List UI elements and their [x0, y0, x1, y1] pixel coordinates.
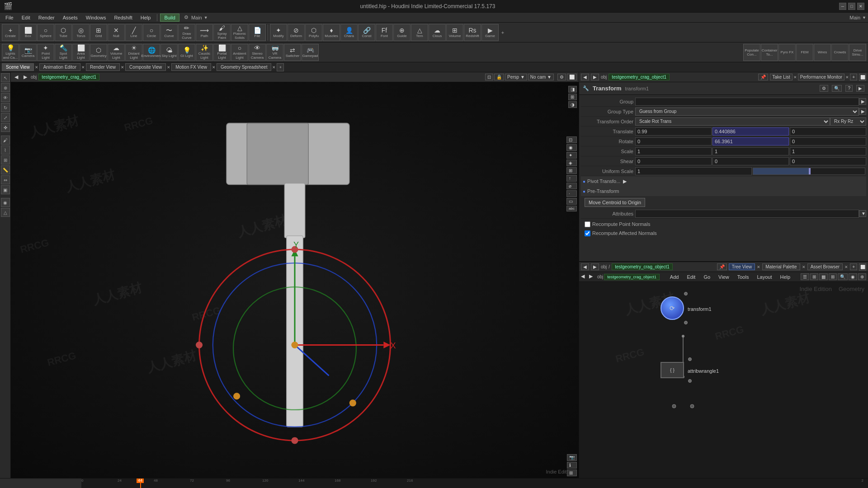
toolbar-more[interactable]: +	[499, 24, 506, 41]
recompute-affected-normals-checkbox[interactable]	[585, 230, 590, 236]
viewport-3d-text[interactable]: abc	[566, 206, 577, 211]
props-nav-back[interactable]: ◀	[581, 74, 589, 80]
tab-render-view[interactable]: Render View	[86, 63, 120, 71]
recompute-point-normals-checkbox[interactable]	[585, 221, 590, 227]
tool-game[interactable]: ▶ Game	[481, 24, 499, 41]
tab-composite-view[interactable]: Composite View	[125, 63, 166, 71]
node-tab-asset[interactable]: Asset Browser	[807, 263, 843, 270]
sidebar-select[interactable]: ↖	[1, 73, 10, 82]
tool-ambient-light[interactable]: ○ Ambient Light	[231, 44, 248, 61]
perf-close[interactable]: ✕	[845, 75, 849, 80]
tool-wires[interactable]: Wires	[814, 44, 831, 61]
menu-assets[interactable]: Assets	[59, 14, 81, 21]
node-nav-fwd2[interactable]: ▶	[589, 273, 596, 281]
viewport-settings[interactable]: ⚙	[557, 74, 566, 80]
tool-deform[interactable]: ⊘ Deform	[288, 24, 305, 41]
shear-z[interactable]: 0	[790, 157, 866, 165]
viewport-uv[interactable]: ⊞	[566, 167, 577, 174]
sidebar-display[interactable]: ◉	[1, 198, 10, 207]
sidebar-handle[interactable]: ✤	[1, 123, 10, 132]
rotation-order-select[interactable]: Rx Ry Rz	[830, 117, 866, 126]
node-nav-fwd[interactable]: ▶	[591, 263, 599, 270]
take-list-tab[interactable]: Take List	[770, 74, 792, 80]
material-close[interactable]: ✕	[802, 265, 806, 269]
viewport-lock[interactable]: 🔒	[494, 74, 504, 80]
tab-close-scene[interactable]: ✕	[35, 65, 38, 70]
node-menu-help[interactable]: Help	[776, 273, 794, 281]
shear-y[interactable]: 0	[712, 157, 789, 165]
tool-const[interactable]: 🔗 Const	[358, 24, 375, 41]
node-tab-add[interactable]: +	[850, 263, 857, 270]
sidebar-geo[interactable]: △	[1, 208, 10, 217]
menu-render[interactable]: Render	[35, 14, 58, 21]
maximize-button[interactable]: □	[848, 3, 855, 10]
props-gear[interactable]: ⚙	[820, 85, 828, 92]
sidebar-mirror[interactable]: ⇔	[1, 175, 10, 184]
node-grid-view[interactable]: ⊞	[810, 273, 818, 280]
tool-vr-camera[interactable]: 🥽 VR Camera	[266, 44, 283, 61]
menu-edit[interactable]: Edit	[18, 14, 34, 21]
tool-drive-sim[interactable]: Drive Simu...	[849, 44, 866, 61]
tab-animation-editor[interactable]: Animation Editor	[39, 63, 80, 71]
node-pin[interactable]: 📌	[717, 263, 727, 270]
node-list-view[interactable]: ☰	[801, 273, 809, 280]
close-button[interactable]: ✕	[857, 3, 864, 10]
sidebar-sculpt[interactable]: ⌇	[1, 145, 10, 155]
tool-clous[interactable]: ☁ Clous	[429, 24, 446, 41]
transform-order-select[interactable]: Scale Rot Trans	[635, 117, 830, 126]
props-nav-fwd[interactable]: ▶	[591, 74, 599, 80]
pre-transform-header[interactable]: ● Pre-Transform	[581, 186, 866, 196]
tool-spot-light[interactable]: 🔦 Spot Light	[55, 44, 72, 61]
tool-path[interactable]: ⟿ Path	[196, 24, 213, 41]
viewport-info[interactable]: ℹ	[567, 462, 577, 469]
node-filter[interactable]: ⊞	[829, 273, 837, 280]
tool-modify[interactable]: ✦ Modify	[270, 24, 287, 41]
props-expand[interactable]: ⬜	[859, 74, 866, 81]
rotate-z[interactable]: 0	[790, 137, 866, 145]
tool-environment[interactable]: 🌐 Environment	[143, 44, 160, 61]
props-path[interactable]: testgeometry_crag_object1	[609, 74, 670, 80]
tab-scene-view[interactable]: Scene View	[2, 63, 34, 71]
tool-create[interactable]: + Create	[2, 24, 19, 41]
node-tab-material[interactable]: Material Palette	[762, 263, 800, 270]
asset-close[interactable]: ✕	[844, 265, 848, 269]
rotate-x[interactable]: 0	[635, 137, 712, 145]
tool-caustic-light[interactable]: ✨ Caustic Light	[196, 44, 213, 61]
tool-lights-and-cameras[interactable]: 💡 Lights and Ca...	[2, 44, 19, 61]
menu-help[interactable]: Help	[137, 14, 155, 21]
tool-volume-light[interactable]: ☁ Volume Light	[108, 44, 125, 61]
tool-chara[interactable]: 👤 Chara	[340, 24, 358, 41]
perf-monitor-tab[interactable]: Performance Monitor	[798, 74, 844, 80]
viewport-maximize[interactable]: ⬜	[567, 74, 577, 80]
tool-fem[interactable]: FEM	[796, 44, 813, 61]
node-menu-go[interactable]: Go	[700, 273, 714, 281]
shear-x[interactable]: 0	[635, 157, 712, 165]
sidebar-group[interactable]: ▣	[1, 185, 10, 194]
tool-drawcurve[interactable]: ✏ Draw Curve	[178, 24, 195, 41]
tab-close-render[interactable]: ✕	[121, 65, 124, 70]
tool-circle[interactable]: ○ Circle	[143, 24, 160, 41]
viewport-view-toggle[interactable]: ◨	[568, 86, 577, 93]
scale-x[interactable]: 1	[635, 147, 712, 155]
tool-file[interactable]: 📄 File	[249, 24, 266, 41]
node-path2[interactable]: testgeometry_crag_object1	[604, 274, 660, 280]
props-help[interactable]: ?	[845, 85, 853, 92]
scale-y[interactable]: 1	[712, 147, 789, 155]
viewport-background[interactable]: ▭	[566, 198, 577, 205]
tool-guide[interactable]: ⊕ Guide	[393, 24, 410, 41]
translate-z[interactable]: 0	[790, 127, 866, 136]
node-menu-edit[interactable]: Edit	[683, 273, 699, 281]
tool-sphere[interactable]: ○ Sphere	[37, 24, 54, 41]
tool-sky-light[interactable]: 🌤 Sky Light	[160, 44, 178, 61]
viewport-nav-back[interactable]: ◀	[13, 74, 20, 81]
tool-distant-light[interactable]: ☀ Distant Light	[125, 44, 142, 61]
sidebar-transform[interactable]: ⊕	[1, 83, 10, 92]
tool-volume[interactable]: ⊞ Volume	[446, 24, 463, 41]
tool-switcher[interactable]: ⇄ Switcher	[284, 44, 301, 61]
viewport-bone[interactable]: ⌀	[566, 183, 577, 189]
tool-portal-light[interactable]: ⬜ Portal Light	[213, 44, 231, 61]
node-editor-canvas[interactable]: 人人素材 RRCG RRCG 人人素材 Indie Edition Geomet…	[579, 282, 868, 478]
node-menu-view[interactable]: View	[715, 273, 733, 281]
tool-tube[interactable]: ⬡ Tube	[55, 24, 72, 41]
viewport-wireframe[interactable]: ⊡	[566, 136, 577, 143]
